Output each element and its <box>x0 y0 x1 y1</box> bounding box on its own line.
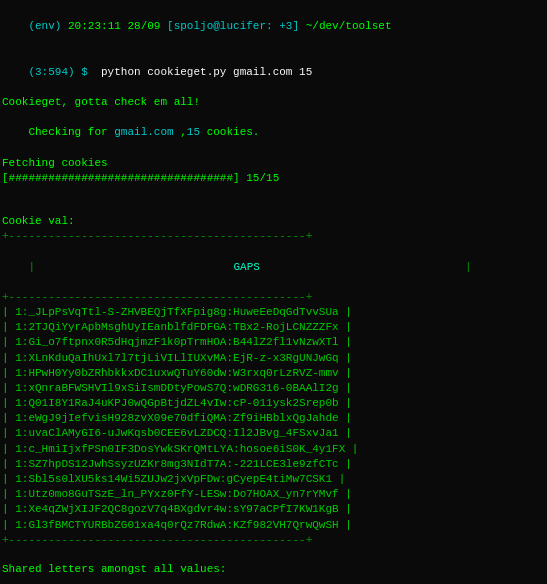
cookie-row-7: | 1:eWgJ9jIefvisH928zvX09e70dfiQMA:Zf9iH… <box>2 411 545 426</box>
prompt-symbol: (3:594) $ <box>28 66 94 78</box>
table-border-top: +---------------------------------------… <box>2 229 545 244</box>
user-host: [spoljo@lucifer: +3] <box>167 20 299 32</box>
table-border-mid: +---------------------------------------… <box>2 290 545 305</box>
blank-gap-3 <box>2 548 545 562</box>
cookie-row-3: | 1:XLnKduQaIhUxl7l7tjLiVILlIUXvMA:EjR-z… <box>2 351 545 366</box>
output-fetching: Fetching cookies <box>2 156 545 171</box>
cookie-row-1: | 1:2TJQiYyrApbMsghUyIEanblfdFDFGA:TBx2-… <box>2 320 545 335</box>
command-text: python cookieget.py gmail.com 15 <box>94 66 312 78</box>
shared-letters-label: Shared letters amongst all values: <box>2 562 545 577</box>
cookie-row-12: | 1:Utz0mo8GuTSzE_ln_PYxz0FfY-LESw:Do7HO… <box>2 487 545 502</box>
table-border-bot: +---------------------------------------… <box>2 533 545 548</box>
terminal-window: (env) 20:23:11 28/09 [spoljo@lucifer: +3… <box>0 0 547 584</box>
blank-gap-2 <box>2 200 545 214</box>
cookie-row-10: | 1:SZ7hpDS12JwhSsyzUZKr8mg3NIdT7A:-221L… <box>2 457 545 472</box>
blank-gap-1 <box>2 186 545 200</box>
time-label: 20:23:11 28/09 <box>61 20 167 32</box>
cookie-row-2: | 1:Gi_o7ftpnx0R5dHqjmzF1k0pTrmHOA:B44lZ… <box>2 335 545 350</box>
command-line: (3:594) $ python cookieget.py gmail.com … <box>2 50 545 96</box>
table-header: | GAPS | <box>2 244 545 290</box>
cookie-row-5: | 1:xQnraBFWSHVIl9xSiIsmDDtyPowS7Q:wDRG3… <box>2 381 545 396</box>
progress-bar: [##################################] 15/… <box>2 171 545 186</box>
output-cookieget: Cookieget, gotta check em all! <box>2 95 545 110</box>
prompt-line: (env) 20:23:11 28/09 [spoljo@lucifer: +3… <box>2 4 545 50</box>
path-label: ~/dev/toolset <box>299 20 391 32</box>
shared-letters-val: 1: : <box>2 577 545 584</box>
cookie-row-14: | 1:Gl3fBMCTYURBbZG01xa4q0rQz7RdwA:KZf98… <box>2 518 545 533</box>
env-label: (env) <box>28 20 61 32</box>
output-checking: Checking for gmail.com ,15 cookies. <box>2 110 545 156</box>
cookie-row-4: | 1:HPwH0Yy0bZRhbkkxDC1uxwQTuY60dw:W3rxq… <box>2 366 545 381</box>
cookie-row-0: | 1:_JLpPsVqTtl-S-ZHVBEQjTfXFpig8g:HuweE… <box>2 305 545 320</box>
cookie-val-label: Cookie val: <box>2 214 545 229</box>
cookie-row-6: | 1:Q01I8Y1RaJ4uKPJ0wQGpBtjdZL4vIw:cP-01… <box>2 396 545 411</box>
cookie-row-8: | 1:uvaClAMyGI6-uJwKqsb0CEE6vLZDCQ:Il2JB… <box>2 426 545 441</box>
cookie-row-13: | 1:Xe4qZWjXIJF2QC8gozV7q4BXgdvr4w:sY97a… <box>2 502 545 517</box>
cookie-row-11: | 1:Sbl5s0lXU5ks14Wi5ZUJw2jxVpFDw:gCyepE… <box>2 472 545 487</box>
cookie-row-9: | 1:c_HmiIjxfPSn0IF3DosYwkSKrQMtLYA:hoso… <box>2 442 545 457</box>
